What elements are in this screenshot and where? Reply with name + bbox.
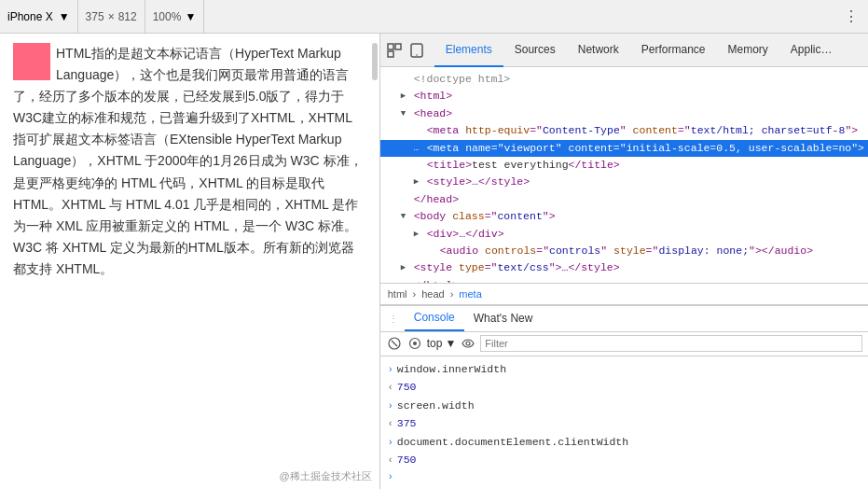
console-in-arrow: ‹ [388, 380, 393, 396]
arrow [414, 157, 427, 172]
dim-cross: × [108, 10, 115, 23]
svg-point-8 [413, 342, 417, 345]
console-row: › window.innerWidth [388, 360, 861, 379]
watermark: @稀土掘金技术社区 [280, 469, 372, 483]
phone-text: HTML指的是超文本标记语言（HyperText Markup Language… [13, 43, 366, 280]
tab-memory[interactable]: Memory [717, 34, 779, 67]
console-row: ‹ 375 [388, 414, 861, 433]
console-eye-icon[interactable] [460, 335, 476, 352]
arrow: ▼ [401, 208, 414, 223]
console-label: window.innerWidth [397, 360, 506, 379]
breadcrumb: html › head › meta [380, 283, 868, 305]
console-row: › screen.width [388, 397, 861, 415]
console-in-arrow: ‹ [388, 453, 393, 468]
code-line: <audio controls="controls" style="displa… [380, 243, 868, 259]
console-out-arrow: › [388, 362, 393, 378]
console-row: › [388, 469, 861, 485]
arrow [414, 122, 427, 137]
arrow: ▶ [414, 226, 427, 241]
device-name: iPhone X [7, 10, 53, 23]
device-icon[interactable] [408, 42, 425, 59]
svg-rect-2 [388, 51, 393, 57]
phone-content: HTML指的是超文本标记语言（HyperText Markup Language… [0, 34, 379, 289]
code-line: <title>test everything</title> [380, 157, 868, 174]
devtools-nav: Elements Sources Network Performance Mem… [380, 34, 868, 67]
breadcrumb-meta[interactable]: meta [459, 288, 481, 300]
arrow: ▶ [401, 259, 414, 274]
pink-box [13, 43, 50, 80]
code-line: <meta http-equiv="Content-Type" content=… [380, 122, 868, 139]
code-line: ▼ <body class="content"> [380, 208, 868, 225]
console-label: document.documentElement.clientWidth [397, 433, 628, 452]
console-toolbar: top ▼ [380, 332, 868, 356]
dimensions: 375 × 812 [78, 0, 145, 33]
context-dropdown-icon: ▼ [445, 337, 456, 350]
context-label: top [427, 337, 443, 350]
console-output: › window.innerWidth ‹ 750 › screen.width… [380, 356, 868, 489]
console-area: ⋮ Console What's New [380, 305, 868, 489]
arrow: … [414, 140, 427, 155]
console-out-arrow: › [388, 469, 393, 485]
arrow [401, 71, 414, 86]
console-row: › document.documentElement.clientWidth [388, 433, 861, 452]
console-filter-button[interactable] [406, 335, 423, 352]
console-value: 750 [397, 378, 417, 397]
code-line: </head> [380, 191, 868, 208]
dim-width: 375 [86, 10, 104, 23]
tab-elements[interactable]: Elements [434, 34, 503, 67]
zoom-section[interactable]: 100% ▼ [145, 0, 205, 33]
console-clear-button[interactable] [386, 335, 403, 352]
breadcrumb-head[interactable]: head [421, 288, 444, 300]
arrow: ▶ [414, 174, 427, 189]
arrow [427, 243, 440, 258]
breadcrumb-sep: › [413, 288, 417, 300]
breadcrumb-sep2: › [450, 288, 454, 300]
console-context-select[interactable]: top ▼ [427, 337, 457, 350]
device-section[interactable]: iPhone X ▼ [0, 0, 78, 33]
breadcrumb-html[interactable]: html [388, 288, 407, 300]
tab-performance[interactable]: Performance [630, 34, 717, 67]
tab-sources[interactable]: Sources [503, 34, 567, 67]
console-drag-handle[interactable]: ⋮ [388, 313, 399, 324]
console-value: 375 [397, 414, 417, 433]
console-in-arrow: ‹ [388, 416, 393, 432]
code-line: ▶ <style type="text/css">…</style> [380, 259, 868, 276]
code-line: <!doctype html> [380, 71, 868, 88]
zoom-dropdown-icon: ▼ [185, 10, 196, 23]
code-line: ▶ <html> [380, 88, 868, 105]
svg-rect-1 [395, 44, 401, 49]
console-label: screen.width [397, 397, 475, 415]
main-layout: HTML指的是超文本标记语言（HyperText Markup Language… [0, 34, 868, 489]
svg-line-6 [392, 341, 397, 346]
code-area[interactable]: <!doctype html> ▶ <html> ▼ <head> <meta … [380, 67, 868, 283]
arrow: ▼ [401, 105, 414, 120]
console-out-arrow: › [388, 398, 393, 414]
code-line: ▼ <head> [380, 105, 868, 122]
arrow [401, 191, 414, 206]
console-out-arrow: › [388, 435, 393, 451]
more-options-button[interactable]: ⋮ [834, 0, 868, 33]
phone-scrollbar[interactable] [372, 43, 378, 80]
devtools-icon-group [386, 42, 425, 59]
tab-application[interactable]: Applic… [779, 34, 844, 67]
arrow: ▶ [401, 88, 414, 103]
tab-console[interactable]: Console [405, 305, 464, 331]
console-row: ‹ 750 [388, 451, 861, 469]
svg-rect-0 [388, 44, 393, 49]
console-tabs: ⋮ Console What's New [380, 306, 868, 332]
inspect-icon[interactable] [386, 42, 403, 59]
device-dropdown-icon: ▼ [59, 10, 70, 23]
tab-whats-new[interactable]: What's New [464, 305, 543, 331]
devtools-panel: Elements Sources Network Performance Mem… [380, 34, 868, 489]
tab-network[interactable]: Network [567, 34, 630, 67]
phone-view: HTML指的是超文本标记语言（HyperText Markup Language… [0, 34, 380, 489]
console-value: 750 [397, 451, 417, 469]
dim-height: 812 [118, 10, 137, 23]
code-line: ▶ <style>…</style> [380, 174, 868, 190]
more-icon: ⋮ [844, 7, 859, 25]
zoom-label: 100% [153, 10, 182, 23]
svg-point-4 [416, 54, 418, 56]
top-bar: iPhone X ▼ 375 × 812 100% ▼ ⋮ [0, 0, 868, 34]
console-filter-input[interactable] [480, 335, 862, 352]
code-line-highlighted: … <meta name="viewport" content="initial… [380, 140, 868, 157]
